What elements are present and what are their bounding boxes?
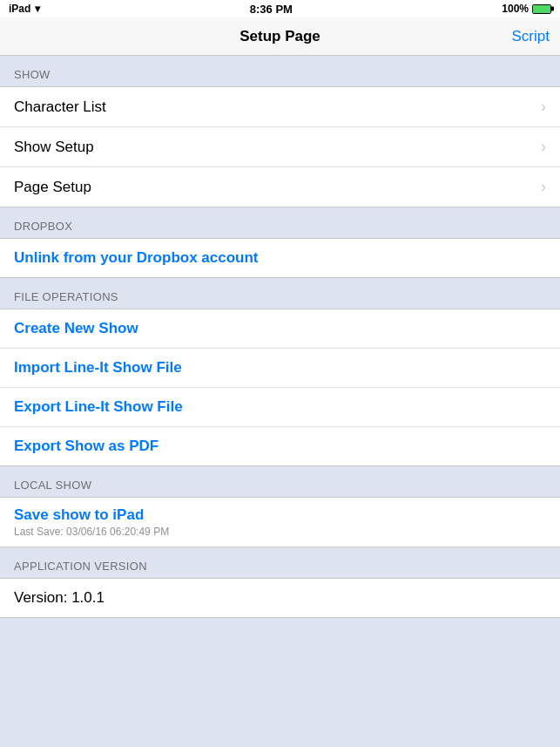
export-pdf-item[interactable]: Export Show as PDF [0, 427, 560, 465]
show-section-header: SHOW [0, 56, 560, 86]
local-show-section-header: LOCAL SHOW [0, 466, 560, 497]
dropbox-section-header: DROPBOX [0, 207, 560, 238]
show-setup-label: Show Setup [14, 139, 94, 156]
status-left: iPad ▾ [9, 3, 40, 15]
show-list-group: Character List › Show Setup › Page Setup… [0, 86, 560, 207]
export-pdf-label: Export Show as PDF [14, 438, 159, 455]
page-setup-label: Page Setup [14, 179, 91, 196]
character-list-label: Character List [14, 98, 106, 116]
device-label: iPad [9, 3, 30, 15]
status-time: 8:36 PM [250, 3, 293, 16]
unlink-dropbox-label: Unlink from your Dropbox account [14, 249, 259, 267]
app-version-section-header: APPLICATION VERSION [0, 547, 560, 578]
chevron-icon: › [541, 98, 546, 116]
import-show-item[interactable]: Import Line-It Show File [0, 349, 560, 388]
create-new-show-label: Create New Show [14, 320, 138, 337]
create-new-show-item[interactable]: Create New Show [0, 309, 560, 349]
script-button[interactable]: Script [512, 28, 550, 45]
save-show-item[interactable]: Save show to iPad Last Save: 03/06/16 06… [0, 497, 560, 547]
page-setup-item[interactable]: Page Setup › [0, 167, 560, 207]
version-text: Version: 1.0.1 [14, 589, 105, 607]
file-ops-section-header: FILE OPERATIONS [0, 278, 560, 309]
file-ops-list-group: Create New Show Import Line-It Show File… [0, 309, 560, 466]
content-area: SHOW Character List › Show Setup › Page … [0, 56, 560, 618]
chevron-icon: › [541, 178, 546, 196]
character-list-item[interactable]: Character List › [0, 87, 560, 127]
status-bar: iPad ▾ 8:36 PM 100% [0, 0, 560, 17]
status-right: 100% [502, 3, 551, 15]
export-show-item[interactable]: Export Line-It Show File [0, 388, 560, 427]
show-setup-item[interactable]: Show Setup › [0, 127, 560, 167]
battery-icon [532, 4, 551, 14]
page-title: Setup Page [240, 28, 320, 45]
battery-percent: 100% [502, 3, 529, 15]
version-item: Version: 1.0.1 [0, 578, 560, 618]
unlink-dropbox-item[interactable]: Unlink from your Dropbox account [0, 238, 560, 278]
last-save-text: Last Save: 03/06/16 06:20:49 PM [14, 526, 546, 538]
nav-bar: Setup Page Script [0, 17, 560, 56]
import-show-label: Import Line-It Show File [14, 359, 182, 377]
wifi-icon: ▾ [35, 3, 40, 15]
export-show-label: Export Line-It Show File [14, 398, 183, 416]
save-show-label: Save show to iPad [14, 506, 546, 524]
chevron-icon: › [541, 138, 546, 156]
